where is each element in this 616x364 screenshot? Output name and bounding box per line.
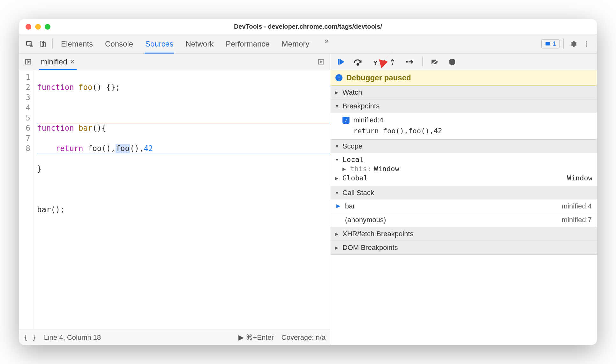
- banner-text: Debugger paused: [346, 73, 411, 82]
- resume-icon[interactable]: [336, 57, 346, 67]
- breakpoint-code: return foo(),foo(),42: [353, 127, 442, 135]
- sources-panel-left: minified ✕ 1 2 3 4 5 6 7 8 function foo(…: [19, 54, 330, 345]
- tab-network[interactable]: Network: [185, 35, 214, 53]
- svg-point-10: [357, 63, 359, 65]
- cursor-position: Line 4, Column 18: [44, 333, 101, 342]
- tabs-overflow-icon[interactable]: »: [321, 35, 332, 47]
- current-frame-icon: [335, 203, 341, 209]
- device-toggle-icon[interactable]: [37, 38, 49, 50]
- editor-tab-strip: minified ✕: [19, 54, 330, 70]
- separator: [52, 39, 53, 49]
- step-icon[interactable]: [405, 57, 415, 67]
- watch-section: ▶Watch: [330, 86, 597, 99]
- editor-tab-label: minified: [41, 57, 67, 66]
- callstack-header[interactable]: ▼Call Stack: [330, 186, 597, 200]
- frame-location: minified:4: [562, 202, 592, 210]
- inspect-icon[interactable]: [24, 38, 35, 50]
- stack-frame[interactable]: bar minified:4: [330, 200, 597, 213]
- step-over-icon[interactable]: [353, 57, 363, 67]
- svg-point-6: [586, 45, 587, 47]
- devtools-window: DevTools - developer.chrome.com/tags/dev…: [19, 19, 597, 345]
- run-snippet-icon[interactable]: [315, 56, 327, 68]
- frame-name: bar: [345, 202, 355, 210]
- breakpoint-item[interactable]: ✓ minified:4: [342, 115, 592, 126]
- window-title: DevTools - developer.chrome.com/tags/dev…: [19, 23, 597, 30]
- scope-global-value: Window: [567, 174, 592, 182]
- scope-this[interactable]: ▶ this: Window: [335, 164, 592, 173]
- code-area[interactable]: function foo() {}; function bar(){ retur…: [34, 70, 330, 330]
- breakpoints-section: ▼Breakpoints ✓ minified:4 return foo(),f…: [330, 99, 597, 140]
- editor-statusbar: { } Line 4, Column 18 ▶ ⌘+Enter Coverage…: [19, 330, 330, 345]
- svg-rect-9: [338, 59, 339, 64]
- line-gutter: 1 2 3 4 5 6 7 8: [19, 70, 34, 330]
- dom-section: ▶DOM Breakpoints: [330, 241, 597, 255]
- svg-rect-3: [545, 42, 550, 46]
- kebab-menu-icon[interactable]: [581, 38, 592, 50]
- svg-point-4: [586, 41, 587, 42]
- svg-rect-0: [26, 41, 31, 45]
- frame-name: (anonymous): [345, 216, 386, 224]
- dom-header[interactable]: ▶DOM Breakpoints: [330, 241, 597, 254]
- issues-count: 1: [552, 40, 556, 47]
- debugger-toolbar: [330, 54, 597, 70]
- run-hint: ▶ ⌘+Enter: [238, 333, 274, 342]
- close-tab-icon[interactable]: ✕: [70, 58, 75, 65]
- tab-elements[interactable]: Elements: [60, 35, 94, 53]
- coverage-status: Coverage: n/a: [282, 333, 326, 342]
- scope-global[interactable]: ▶Global Window: [335, 173, 592, 183]
- info-icon: i: [335, 74, 342, 81]
- scope-section: ▼Scope ▼Local ▶ this: Window ▶Global Win…: [330, 140, 597, 186]
- deactivate-breakpoints-icon[interactable]: [430, 57, 440, 67]
- separator: [422, 57, 423, 67]
- svg-point-13: [406, 61, 408, 62]
- pretty-print-icon[interactable]: { }: [24, 333, 36, 341]
- callstack-section: ▼Call Stack bar minified:4 (anonymous) m…: [330, 186, 597, 227]
- pause-on-exceptions-icon[interactable]: [447, 57, 457, 67]
- xhr-section: ▶XHR/fetch Breakpoints: [330, 227, 597, 241]
- main-toolbar: Elements Console Sources Network Perform…: [19, 34, 597, 54]
- settings-icon[interactable]: [567, 38, 579, 50]
- scope-local[interactable]: ▼Local: [335, 155, 592, 164]
- debugger-paused-banner: i Debugger paused: [330, 70, 597, 86]
- scope-header[interactable]: ▼Scope: [330, 140, 597, 153]
- breakpoints-header[interactable]: ▼Breakpoints: [330, 99, 597, 113]
- svg-point-11: [375, 63, 376, 65]
- debugger-sidebar: i Debugger paused ▶Watch ▼Breakpoints ✓ …: [330, 54, 597, 345]
- svg-point-5: [586, 43, 587, 45]
- editor-tab-minified[interactable]: minified ✕: [37, 54, 79, 69]
- tab-console[interactable]: Console: [104, 35, 134, 53]
- body: minified ✕ 1 2 3 4 5 6 7 8 function foo(…: [19, 54, 597, 345]
- annotation-arrow-icon: [378, 47, 403, 70]
- frame-location: minified:7: [562, 216, 592, 224]
- stack-frame[interactable]: (anonymous) minified:7: [330, 213, 597, 227]
- xhr-header[interactable]: ▶XHR/fetch Breakpoints: [330, 227, 597, 241]
- tab-sources[interactable]: Sources: [145, 35, 174, 53]
- panel-tabs: Elements Console Sources Network Perform…: [60, 35, 332, 53]
- titlebar: DevTools - developer.chrome.com/tags/dev…: [19, 19, 597, 34]
- breakpoint-checkbox[interactable]: ✓: [342, 117, 349, 124]
- code-editor[interactable]: 1 2 3 4 5 6 7 8 function foo() {}; funct…: [19, 70, 330, 330]
- breakpoint-label: minified:4: [353, 116, 383, 124]
- tab-memory[interactable]: Memory: [281, 35, 310, 53]
- navigator-toggle-icon[interactable]: [22, 56, 34, 68]
- issues-badge[interactable]: 1: [541, 39, 560, 48]
- separator: [563, 39, 564, 49]
- watch-header[interactable]: ▶Watch: [330, 86, 597, 99]
- tab-performance[interactable]: Performance: [225, 35, 270, 53]
